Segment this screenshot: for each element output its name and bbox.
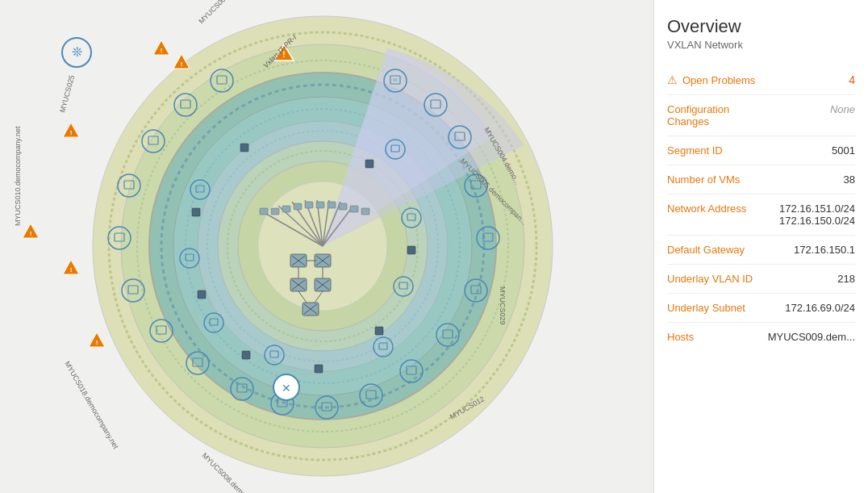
svg-rect-25 (282, 206, 290, 212)
overview-subtitle: VXLAN Network (667, 39, 855, 51)
config-changes-label: Configuration Changes (667, 103, 772, 127)
svg-text:MYUCS029: MYUCS029 (499, 286, 507, 325)
svg-rect-29 (328, 202, 336, 208)
num-vms-label: Number of VMs (667, 173, 740, 186)
svg-rect-32 (361, 208, 369, 215)
segment-id-row: Segment ID 5001 (667, 136, 855, 165)
svg-rect-71 (393, 78, 398, 81)
svg-text:MYUCS010.democompany.net: MYUCS010.democompany.net (14, 126, 22, 226)
overview-panel: Overview VXLAN Network ⚠ Open Problems 4… (653, 0, 868, 493)
svg-text:!: ! (161, 47, 163, 54)
num-vms-value: 38 (844, 173, 855, 186)
svg-rect-24 (271, 208, 279, 215)
diagram-panel: ! ❊ ! ! ! ! ! ! (0, 0, 653, 493)
hosts-label: Hosts (667, 331, 694, 343)
default-gateway-value: 172.16.150.1 (794, 244, 855, 256)
underlay-vlan-value: 218 (837, 273, 855, 285)
svg-rect-131 (198, 290, 206, 299)
svg-text:❊: ❊ (72, 45, 82, 59)
underlay-subnet-row: Underlay Subnet 172.16.69.0/24 (667, 294, 855, 323)
underlay-subnet-value: 172.16.69.0/24 (785, 302, 855, 314)
default-gateway-row: Default Gateway 172.16.150.1 (667, 236, 855, 265)
svg-rect-30 (339, 203, 347, 210)
hosts-value: MYUCS009.dem... (768, 331, 855, 343)
svg-rect-27 (305, 202, 313, 208)
svg-text:!: ! (70, 266, 73, 274)
svg-rect-132 (192, 208, 200, 216)
svg-text:!: ! (30, 230, 32, 237)
svg-rect-130 (242, 351, 250, 359)
segment-id-label: Segment ID (667, 144, 723, 157)
overview-title: Overview (667, 16, 855, 37)
network-address-label: Network Address (667, 203, 746, 215)
svg-rect-133 (240, 144, 248, 152)
config-changes-row: Configuration Changes None (667, 95, 855, 136)
svg-rect-128 (375, 327, 383, 335)
default-gateway-label: Default Gateway (667, 244, 745, 256)
svg-text:✕: ✕ (282, 382, 291, 395)
svg-rect-31 (350, 206, 358, 212)
warning-icon: ⚠ (667, 73, 678, 86)
svg-rect-127 (407, 246, 415, 254)
open-problems-label: Open Problems (682, 74, 849, 86)
underlay-subnet-label: Underlay Subnet (667, 302, 745, 314)
svg-rect-28 (316, 202, 324, 208)
svg-text:!: ! (70, 129, 73, 136)
svg-rect-129 (315, 365, 323, 373)
svg-rect-126 (365, 160, 373, 168)
network-address-value: 172.16.151.0/24 172.16.150.0/24 (779, 203, 855, 227)
open-problems-row[interactable]: ⚠ Open Problems 4 (667, 65, 855, 95)
svg-text:!: ! (96, 339, 98, 346)
svg-rect-23 (260, 208, 268, 215)
num-vms-row: Number of VMs 38 (667, 165, 855, 194)
underlay-vlan-label: Underlay VLAN ID (667, 273, 753, 285)
open-problems-count: 4 (849, 73, 855, 86)
svg-text:!: ! (181, 61, 183, 68)
config-changes-value: None (830, 103, 855, 115)
underlay-vlan-row: Underlay VLAN ID 218 (667, 265, 855, 294)
hosts-row: Hosts MYUCS009.dem... (667, 323, 855, 351)
segment-id-value: 5001 (832, 144, 855, 157)
network-address-row: Network Address 172.16.151.0/24 172.16.1… (667, 194, 855, 236)
svg-rect-26 (294, 203, 302, 210)
